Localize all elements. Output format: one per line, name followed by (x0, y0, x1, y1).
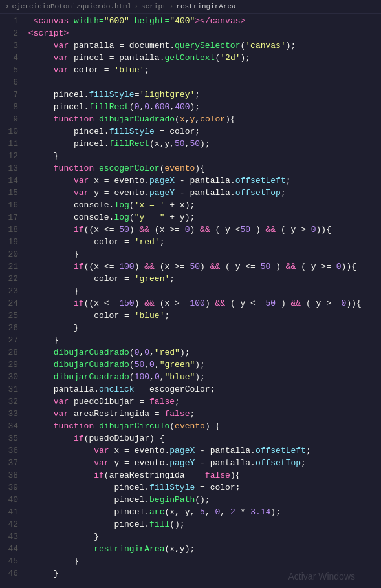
breadcrumb-section2[interactable]: restringirArea (176, 3, 235, 10)
code-line-19: color = 'red'; (23, 236, 381, 248)
code-line-13: function escogerColor(evento){ (23, 162, 381, 174)
code-line-9: function dibujarCuadrado(x,y,color){ (23, 113, 381, 125)
breadcrumb: › ejercicioBotonizquierdo.html › script … (0, 0, 381, 14)
line-numbers: 1 2 3 4 5 6 7 8 9 10 11 12 13 14 15 16 1… (0, 14, 23, 583)
code-line-3: var pantalla = document.querySelector('c… (23, 39, 381, 52)
code-editor: 1 2 3 4 5 6 7 8 9 10 11 12 13 14 15 16 1… (0, 14, 381, 583)
code-line-37: var y = evento.pageY - pantalla.offsetTo… (23, 457, 381, 469)
code-line-39: pincel.fillStyle = color; (23, 481, 381, 494)
code-line-26: } (23, 322, 381, 334)
code-line-6 (23, 76, 381, 89)
code-line-42: pincel.fill(); (23, 518, 381, 530)
code-line-43: } (23, 530, 381, 543)
code-line-16: console.log('x = ' + x); (23, 199, 381, 211)
breadcrumb-section1[interactable]: script (141, 3, 167, 10)
code-line-24: if((x <= 150) && (x >= 100) && ( y <= 50… (23, 297, 381, 310)
code-line-40: pincel.beginPath(); (23, 494, 381, 506)
code-line-33: var areaRestringida = false; (23, 408, 381, 420)
breadcrumb-sep2: › (169, 3, 174, 10)
code-line-38: if(areaRestringida == false){ (23, 469, 381, 481)
code-line-29: dibujarCuadrado(50,0,"green"); (23, 359, 381, 371)
code-content: <canvas width="600" height="400"></canva… (23, 14, 381, 583)
code-line-18: if((x <= 50) && (x >= 0) && ( y <50 ) &&… (23, 224, 381, 236)
code-line-7: pincel.fillStyle='lightgrey'; (23, 89, 381, 101)
code-line-1: <canvas width="600" height="400"></canva… (23, 15, 381, 27)
code-line-34: function dibujarCirculo(evento) { (23, 420, 381, 432)
code-line-21: if((x <= 100) && (x >= 50) && ( y <= 50 … (23, 260, 381, 273)
code-line-32: var puedoDibujar = false; (23, 395, 381, 408)
code-line-44: restringirArea(x,y); (23, 543, 381, 555)
code-line-5: var color = 'blue'; (23, 64, 381, 76)
code-line-2: <script> (23, 27, 381, 39)
code-line-20: } (23, 248, 381, 260)
code-line-8: pincel.fillRect(0,0,600,400); (23, 101, 381, 113)
code-line-31: pantalla.onclick = escogerColor; (23, 383, 381, 395)
code-line-14: var x = evento.pageX - pantalla.offsetLe… (23, 174, 381, 187)
code-line-30: dibujarCuadrado(100,0,"blue"); (23, 371, 381, 383)
breadcrumb-chevron: › (5, 3, 10, 10)
code-line-36: var x = evento.pageX - pantalla.offsetLe… (23, 445, 381, 457)
code-line-35: if(puedoDibujar) { (23, 432, 381, 445)
breadcrumb-file[interactable]: ejercicioBotonizquierdo.html (12, 3, 132, 10)
code-line-10: pincel.fillStyle = color; (23, 125, 381, 138)
code-line-4: var pincel = pantalla.getContext('2d'); (23, 52, 381, 64)
code-line-17: console.log("y = " + y); (23, 211, 381, 224)
code-line-45: } (23, 555, 381, 567)
code-line-11: pincel.fillRect(x,y,50,50); (23, 138, 381, 150)
code-line-28: dibujarCuadrado(0,0,"red"); (23, 346, 381, 359)
breadcrumb-sep1: › (134, 3, 138, 10)
code-line-23: } (23, 285, 381, 297)
code-line-15: var y = evento.pageY - pantalla.offsetTo… (23, 187, 381, 199)
code-line-25: color = 'blue'; (23, 310, 381, 322)
code-line-46: } (23, 567, 381, 580)
code-line-41: pincel.arc(x, y, 5, 0, 2 * 3.14); (23, 506, 381, 518)
code-line-27: } (23, 334, 381, 346)
code-line-12: } (23, 150, 381, 162)
code-line-22: color = 'green'; (23, 273, 381, 285)
